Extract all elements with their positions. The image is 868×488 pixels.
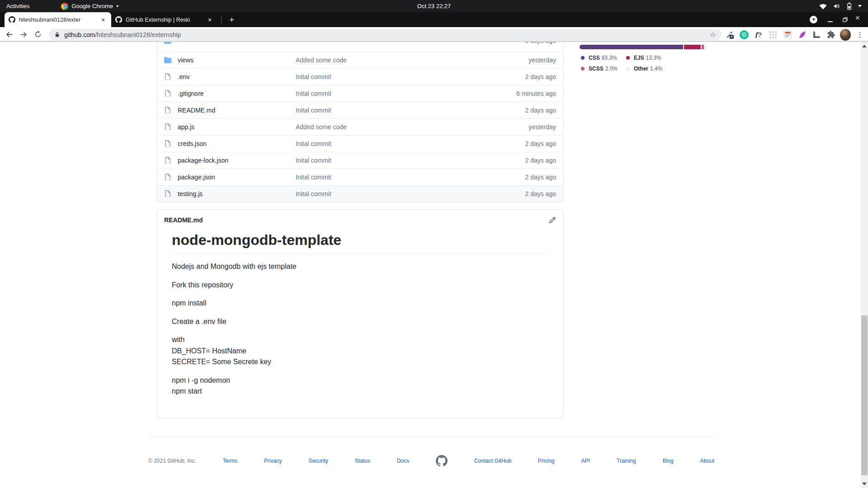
scroll-up-arrow[interactable]	[862, 45, 867, 47]
system-tray[interactable]	[819, 0, 868, 12]
commit-message-link[interactable]: Inital commit	[296, 73, 331, 80]
readme-paragraph: Fork this repository	[172, 280, 548, 291]
repo-file-table: 2 days ago views Added some code yesterd…	[156, 42, 564, 202]
new-tab-button[interactable]: +	[226, 14, 237, 25]
commit-message-link[interactable]: Added some code	[296, 123, 347, 131]
window-restore-button[interactable]	[842, 17, 848, 23]
window-close-button[interactable]: ×	[855, 14, 860, 23]
language-bar-segment	[705, 45, 707, 49]
language-legend-item[interactable]: CSS 83.3%	[581, 53, 626, 62]
system-top-bar: Activities Google Chrome Oct 23 22:27	[0, 0, 868, 12]
language-legend-item[interactable]: SCSS 2.0%	[581, 64, 626, 73]
file-updated-time[interactable]: 2 days ago	[525, 140, 557, 147]
file-name-link[interactable]: README.md	[178, 107, 215, 114]
footer-link[interactable]: Contact GitHub	[474, 458, 511, 464]
footer-link[interactable]: API	[581, 458, 590, 464]
footer-link[interactable]: Training	[617, 458, 636, 464]
file-name-link[interactable]: views	[178, 56, 193, 64]
tab-search-button[interactable]	[810, 16, 817, 23]
footer-link[interactable]: About	[700, 458, 714, 464]
file-name-link[interactable]: creds.json	[178, 140, 207, 147]
github-logo-icon[interactable]	[436, 455, 448, 467]
window-minimize-button[interactable]	[828, 21, 833, 22]
readme-paragraph: Create a .env file	[172, 316, 548, 328]
file-updated-time[interactable]: 2 days ago	[525, 107, 557, 114]
system-clock[interactable]: Oct 23 22:27	[417, 3, 451, 9]
commit-message-link[interactable]: Inital commit	[296, 140, 331, 147]
refresh-button[interactable]	[32, 28, 44, 40]
file-updated-time[interactable]: 6 minutes ago	[516, 90, 556, 97]
activities-button[interactable]: Activities	[0, 0, 36, 12]
grid-icon[interactable]	[768, 29, 778, 40]
file-updated-time[interactable]: 2 days ago	[525, 157, 557, 164]
extensions-row: G f? ⋮	[724, 28, 865, 41]
footer-link[interactable]: Status	[355, 458, 370, 464]
color-picker-icon[interactable]	[724, 29, 735, 40]
language-legend-item[interactable]: EJS 13.3%	[626, 53, 707, 62]
file-name-link[interactable]: app.js	[178, 123, 194, 131]
chevron-down-icon	[858, 5, 862, 7]
file-name-link[interactable]: package-lock.json	[178, 157, 228, 164]
language-name: Other	[634, 66, 648, 72]
close-icon[interactable]: ×	[206, 16, 214, 24]
tab-externship-search[interactable]: GitHub Externship | Reski ×	[111, 12, 218, 27]
fonts-icon[interactable]: f?	[753, 29, 764, 40]
extensions-puzzle-icon[interactable]	[826, 29, 836, 40]
address-bar[interactable]: github.com/hiteshsubnani0128/externship …	[49, 29, 722, 40]
app-menu[interactable]: Google Chrome	[61, 3, 119, 10]
forward-button[interactable]	[18, 28, 29, 40]
file-name-link[interactable]: .gitignore	[178, 90, 204, 97]
notes-icon[interactable]	[782, 29, 793, 40]
clipped-table-row: 2 days ago	[157, 42, 563, 52]
github-favicon	[115, 16, 122, 23]
scrollbar[interactable]	[861, 42, 868, 488]
language-legend-item[interactable]: Other 1.4%	[626, 64, 707, 73]
grammarly-icon[interactable]: G	[739, 29, 750, 40]
ruler-icon[interactable]	[811, 29, 822, 40]
scroll-down-arrow[interactable]	[862, 483, 867, 485]
app-menu-label: Google Chrome	[71, 3, 113, 9]
readme-header: README.md	[157, 210, 563, 228]
footer-link[interactable]: Pricing	[538, 458, 555, 464]
file-updated-time: 2 days ago	[525, 42, 557, 44]
file-icon	[164, 174, 171, 181]
bookmark-star-icon[interactable]: ☆	[710, 30, 716, 39]
commit-message-link[interactable]: Inital commit	[296, 90, 331, 97]
file-icon	[164, 190, 171, 197]
table-row: .gitignore Inital commit 6 minutes ago	[157, 85, 563, 102]
commit-message-link[interactable]: Inital commit	[296, 107, 331, 114]
scrollbar-thumb[interactable]	[861, 315, 868, 475]
browser-menu-icon[interactable]: ⋮	[854, 29, 865, 40]
footer-link[interactable]: Blog	[663, 458, 674, 464]
footer-link[interactable]: Docs	[397, 458, 409, 464]
back-button[interactable]	[3, 28, 15, 40]
file-name-link[interactable]: testing.js	[178, 190, 203, 197]
commit-message-link[interactable]: Inital commit	[296, 174, 331, 181]
readme-title: node-mongodb-template	[172, 232, 548, 253]
footer-link[interactable]: Security	[308, 458, 328, 464]
footer-link[interactable]: Terms	[223, 458, 238, 464]
language-bar-segment	[580, 45, 683, 49]
language-percent: 13.3%	[646, 55, 661, 61]
feather-icon[interactable]	[797, 29, 807, 40]
language-bar[interactable]	[580, 45, 707, 49]
profile-avatar[interactable]	[840, 29, 851, 40]
file-updated-time[interactable]: 2 days ago	[525, 190, 557, 197]
file-updated-time[interactable]: yesterday	[528, 56, 556, 64]
close-icon[interactable]: ×	[99, 16, 107, 24]
file-updated-time[interactable]: 2 days ago	[525, 174, 557, 181]
commit-message-link[interactable]: Added some code	[296, 56, 347, 64]
readme-paragraph: npm install	[172, 298, 548, 309]
language-bar-segment	[684, 45, 701, 49]
file-name-link[interactable]: package.json	[178, 174, 215, 181]
tab-active-repo[interactable]: hiteshsubnani0128/exter ×	[5, 12, 111, 27]
file-name-link[interactable]: .env	[178, 73, 189, 80]
language-bar-segment	[702, 45, 704, 49]
tab-title: hiteshsubnani0128/exter	[19, 17, 98, 23]
commit-message-link[interactable]: Inital commit	[296, 157, 331, 164]
edit-pencil-icon[interactable]	[549, 216, 556, 224]
file-updated-time[interactable]: yesterday	[528, 123, 556, 131]
commit-message-link[interactable]: Inital commit	[296, 190, 331, 197]
file-updated-time[interactable]: 2 days ago	[525, 73, 557, 80]
footer-link[interactable]: Privacy	[264, 458, 282, 464]
